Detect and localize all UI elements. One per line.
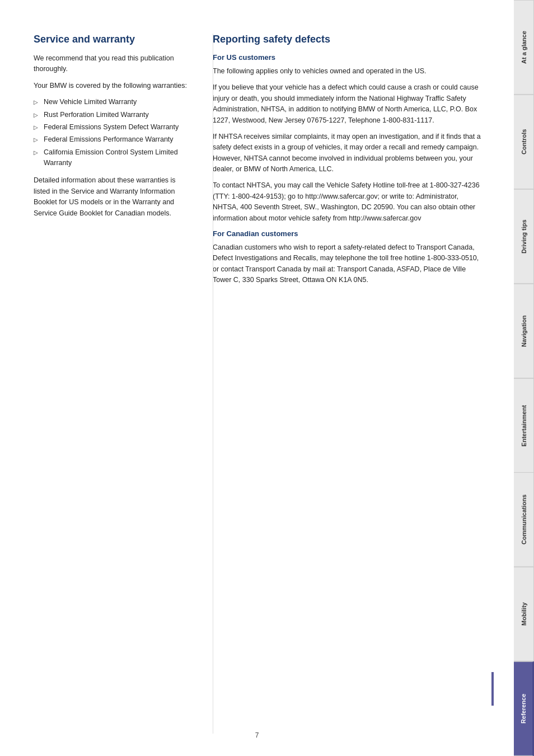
sidebar-tab-driving-tips[interactable]: Driving tips [514, 189, 534, 284]
sidebar-tab-communications[interactable]: Communications [514, 472, 534, 567]
us-para-4: To contact NHTSA, you may call the Vehic… [213, 180, 486, 224]
list-item: Rust Perforation Limited Warranty [34, 110, 190, 120]
service-footer: Detailed information about these warrant… [34, 175, 190, 219]
canada-para-1: Canadian customers who wish to report a … [213, 242, 486, 286]
list-item: California Emission Control System Limit… [34, 147, 190, 169]
us-para-1: The following applies only to vehicles o… [213, 66, 486, 77]
sidebar-tab-navigation[interactable]: Navigation [514, 284, 534, 378]
canada-customers-subtitle: For Canadian customers [213, 229, 486, 238]
left-column: Service and warranty We recommend that y… [34, 34, 190, 291]
list-item: Federal Emissions System Defect Warranty [34, 122, 190, 133]
service-intro-1: We recommend that you read this publicat… [34, 53, 190, 75]
column-divider [213, 34, 213, 734]
service-intro-2: Your BMW is covered by the following war… [34, 81, 190, 91]
tab-indicator [491, 672, 494, 706]
reporting-defects-title: Reporting safety defects [213, 34, 486, 45]
sidebar-tab-reference[interactable]: Reference [514, 661, 534, 756]
us-customers-subtitle: For US customers [213, 53, 486, 62]
sidebar-tab-at-a-glance[interactable]: At a glance [514, 0, 534, 95]
us-para-3: If NHTSA receives similar complaints, it… [213, 132, 486, 175]
sidebar-tab-entertainment[interactable]: Entertainment [514, 378, 534, 473]
us-para-2: If you believe that your vehicle has a d… [213, 82, 486, 126]
list-item: New Vehicle Limited Warranty [34, 97, 190, 107]
warranty-list: New Vehicle Limited Warranty Rust Perfor… [34, 97, 190, 168]
list-item: Federal Emissions Performance Warranty [34, 134, 190, 145]
sidebar-tab-controls[interactable]: Controls [514, 95, 534, 189]
sidebar: At a glance Controls Driving tips Naviga… [514, 0, 534, 756]
sidebar-tab-mobility[interactable]: Mobility [514, 567, 534, 661]
service-warranty-title: Service and warranty [34, 34, 190, 45]
right-column: Reporting safety defects For US customer… [213, 34, 486, 291]
main-content: Service and warranty We recommend that y… [0, 0, 514, 756]
page-number: 7 [255, 731, 259, 739]
